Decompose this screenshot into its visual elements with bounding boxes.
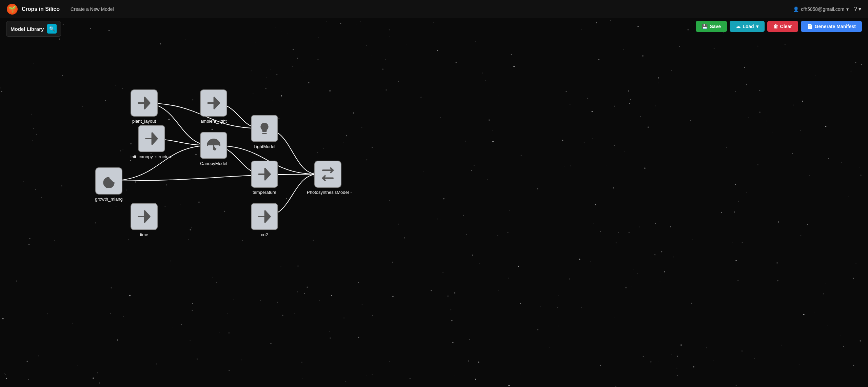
node-box-light_model[interactable]	[251, 115, 278, 142]
node-box-growth_mlang[interactable]	[95, 167, 122, 195]
load-icon: ☁	[736, 24, 741, 29]
node-label-temperature: temperature	[253, 190, 276, 195]
search-icon: 🔍	[49, 26, 55, 32]
create-model-link[interactable]: Create a New Model	[71, 6, 114, 12]
user-menu[interactable]: 👤 cfh5058@gmail.com ▾	[793, 6, 849, 12]
node-label-plant_layout: plant_layout	[132, 119, 156, 124]
navbar: 🌱 Crops in Silico Create a New Model 👤 c…	[0, 0, 868, 18]
node-co2[interactable]: co2	[251, 203, 278, 237]
node-photosynthesis_model[interactable]: PhotosynthesisModel	[307, 161, 349, 195]
load-dropdown-icon: ▾	[756, 24, 758, 29]
manifest-icon: 📄	[807, 24, 813, 29]
load-button[interactable]: ☁ Load ▾	[730, 21, 764, 32]
node-time[interactable]: time	[131, 203, 158, 237]
node-init_canopy_structure[interactable]: init_canopy_structure	[131, 125, 173, 159]
model-canvas[interactable]: plant_layoutinit_canopy_structureambient…	[0, 18, 868, 387]
navbar-right: 👤 cfh5058@gmail.com ▾ ? ▾	[793, 6, 861, 12]
node-label-co2: co2	[261, 232, 268, 237]
save-icon: 💾	[702, 24, 708, 29]
app-name: Crops in Silico	[22, 6, 60, 12]
help-menu[interactable]: ? ▾	[854, 6, 861, 12]
node-box-init_canopy_structure[interactable]	[138, 125, 165, 152]
node-label-ambient_light: ambient_light	[200, 119, 226, 124]
generate-manifest-button[interactable]: 📄 Generate Manifest	[801, 21, 862, 32]
model-library-panel: Model Library 🔍	[6, 21, 61, 37]
node-box-plant_layout[interactable]	[131, 89, 158, 117]
clear-button[interactable]: 🗑 Clear	[767, 21, 798, 32]
model-library-title: Model Library	[11, 26, 44, 32]
connections-overlay	[0, 18, 868, 387]
user-email: cfh5058@gmail.com	[801, 6, 844, 12]
node-label-canopy_model: CanopyModel	[200, 161, 227, 166]
node-box-canopy_model[interactable]	[200, 132, 227, 159]
node-label-photosynthesis_model: PhotosynthesisModel	[307, 190, 349, 195]
help-icon: ?	[854, 6, 857, 12]
node-box-photosynthesis_model[interactable]	[314, 161, 341, 188]
node-plant_layout[interactable]: plant_layout	[131, 89, 158, 124]
node-label-init_canopy_structure: init_canopy_structure	[131, 154, 173, 159]
node-growth_mlang[interactable]: growth_mlang	[95, 167, 123, 202]
help-dropdown-icon: ▾	[859, 6, 861, 12]
model-library-search-button[interactable]: 🔍	[47, 24, 57, 34]
app-logo: 🌱	[7, 4, 18, 15]
toolbar: 💾 Save ☁ Load ▾ 🗑 Clear 📄 Generate Manif…	[696, 21, 862, 32]
save-button[interactable]: 💾 Save	[696, 21, 727, 32]
node-canopy_model[interactable]: CanopyModel	[200, 132, 227, 166]
user-icon: 👤	[793, 6, 799, 12]
node-ambient_light[interactable]: ambient_light	[200, 89, 227, 124]
node-temperature[interactable]: temperature	[251, 161, 278, 195]
node-label-time: time	[140, 232, 149, 237]
node-box-co2[interactable]	[251, 203, 278, 230]
node-label-light_model: LightModel	[254, 144, 275, 149]
user-dropdown-icon: ▾	[846, 6, 849, 12]
node-label-growth_mlang: growth_mlang	[95, 197, 123, 202]
node-box-time[interactable]	[131, 203, 158, 230]
node-box-temperature[interactable]	[251, 161, 278, 188]
node-light_model[interactable]: LightModel	[251, 115, 278, 149]
clear-icon: 🗑	[773, 24, 778, 29]
node-box-ambient_light[interactable]	[200, 89, 227, 117]
